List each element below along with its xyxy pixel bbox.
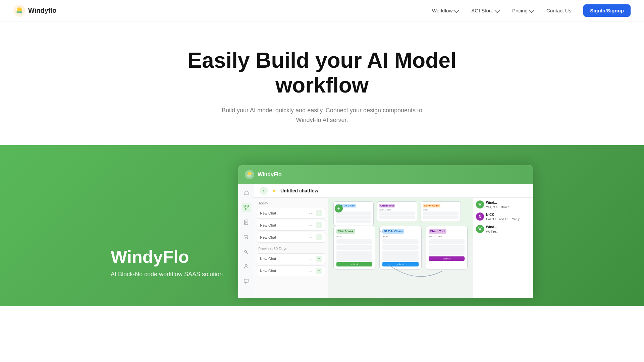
add-chat-btn[interactable]: + [316, 268, 322, 274]
node-textarea [429, 245, 465, 255]
demo-content: WindyFlo AI Block-No code workflow SAAS … [97, 165, 547, 298]
nav-links: Workflow AGI Store Pricing Contact Us Si… [427, 4, 631, 17]
chat-message-2: W Wind... We'll re... [476, 225, 531, 234]
chat-item-1[interactable]: New Chat ··· + [257, 220, 325, 231]
app-body: ‹ ★ Untitled chatflow Today New C [238, 184, 533, 298]
dots-icon: ··· [309, 210, 314, 216]
app-content: Today New Chat ··· + New Chat ··· [254, 198, 533, 298]
svg-point-3 [19, 11, 22, 13]
add-chat-btn[interactable]: + [316, 222, 322, 228]
add-node-button[interactable]: + [335, 204, 343, 213]
app-header: WindyFlo [238, 165, 533, 184]
sidebar-chat-icon[interactable] [241, 277, 251, 286]
add-chat-btn[interactable]: + [316, 234, 322, 240]
demo-tagline: AI Block-No code workflow SAAS solution [111, 271, 225, 278]
dots-icon: ··· [309, 256, 314, 261]
nav-contact[interactable]: Contact Us [541, 5, 577, 16]
sidebar-key-icon[interactable] [241, 247, 251, 256]
chevron-down-icon [453, 7, 459, 13]
svg-point-22 [245, 264, 247, 266]
star-icon: ★ [272, 187, 276, 194]
chat-avatar-2: W [476, 225, 484, 233]
add-chat-btn[interactable]: + [316, 210, 322, 216]
app-topbar: ‹ ★ Untitled chatflow [254, 184, 533, 198]
workflow-canvas[interactable]: + ChatSpeak Input [328, 198, 473, 298]
right-chat-panel: W Wind... Yes, of c... How d... N [473, 198, 533, 298]
back-button[interactable]: ‹ [260, 187, 268, 195]
app-sidebar [238, 184, 254, 298]
chat-item-4[interactable]: New Chat ··· + [257, 265, 325, 276]
app-logo-text: WindyFlo [258, 172, 282, 178]
chat-title: Untitled chatflow [280, 188, 318, 193]
app-main: ‹ ★ Untitled chatflow Today New C [254, 184, 533, 298]
node-field [382, 245, 418, 250]
sidebar-workflow-icon[interactable] [241, 203, 251, 212]
nav-agi-store[interactable]: AGI Store [466, 5, 504, 16]
node-field [382, 239, 418, 244]
app-logo-icon [245, 170, 254, 179]
chevron-down-icon [529, 7, 534, 13]
chat-avatar-0: W [476, 200, 484, 208]
sidebar-docs-icon[interactable] [241, 218, 251, 227]
node-submit-btn[interactable]: submit [336, 262, 372, 266]
chat-history-panel: Today New Chat ··· + New Chat ··· [254, 198, 328, 298]
history-prev-label: Previous 30 Days [257, 247, 325, 251]
chat-avatar-1: N [476, 213, 484, 221]
navbar: Windyflo Workflow AGI Store Pricing Cont… [0, 0, 644, 21]
hero-section: Easily Build your AI Model workflow Buil… [171, 21, 473, 145]
svg-point-21 [245, 250, 247, 252]
node-field [429, 239, 465, 244]
wf-node-chatspeak[interactable]: ChatSpeak Input submit [333, 226, 375, 269]
dots-icon: ··· [309, 268, 314, 274]
svg-point-2 [16, 11, 20, 13]
logo-icon [13, 5, 25, 17]
svg-rect-10 [247, 205, 249, 207]
chat-messages: W Wind... Yes, of c... How d... N [473, 198, 533, 298]
demo-brand: WindyFlo [111, 247, 225, 267]
svg-rect-11 [245, 208, 247, 210]
chat-item-3[interactable]: New Chat ··· + [257, 253, 325, 264]
node-field [336, 239, 372, 244]
nav-workflow[interactable]: Workflow [427, 5, 463, 16]
node-textarea [336, 251, 372, 261]
sidebar-home-icon[interactable] [241, 188, 251, 197]
dots-icon: ··· [309, 235, 314, 240]
svg-point-20 [247, 238, 248, 239]
chat-item-0[interactable]: New Chat ··· + [257, 208, 325, 219]
app-window: WindyFlo [238, 165, 533, 298]
hero-subtitle: Build your AI model quickly and easily. … [218, 106, 426, 125]
history-today-label: Today [257, 201, 325, 205]
demo-screenshot: WindyFlo [238, 165, 533, 298]
dots-icon: ··· [309, 223, 314, 228]
node-field [336, 245, 372, 250]
add-chat-btn[interactable]: + [316, 256, 322, 262]
signin-button[interactable]: SignIn/Signup [583, 4, 631, 17]
svg-point-19 [246, 238, 246, 239]
svg-point-7 [247, 175, 250, 177]
chat-item-2[interactable]: New Chat ··· + [257, 232, 325, 243]
chat-message-0: W Wind... Yes, of c... How d... [476, 200, 531, 209]
logo[interactable]: Windyflo [13, 5, 56, 17]
svg-point-4 [18, 8, 21, 11]
demo-text: WindyFlo AI Block-No code workflow SAAS … [111, 247, 225, 298]
logo-text: Windyflo [28, 7, 56, 14]
sidebar-user-icon[interactable] [241, 262, 251, 271]
nav-pricing[interactable]: Pricing [507, 5, 538, 16]
svg-point-8 [250, 175, 252, 177]
chevron-down-icon [494, 7, 500, 13]
demo-section: WindyFlo AI Block-No code workflow SAAS … [0, 145, 644, 306]
sidebar-cart-icon[interactable] [241, 232, 251, 242]
hero-title: Easily Build your AI Model workflow [178, 48, 466, 98]
svg-rect-9 [244, 205, 246, 207]
chat-message-1: N NICK I want t... and I n... Can y... [476, 213, 531, 222]
